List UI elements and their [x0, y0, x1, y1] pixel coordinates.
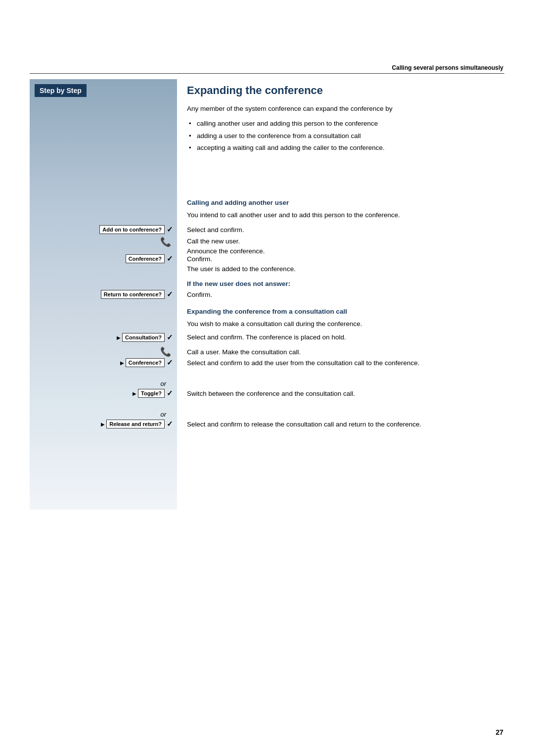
desc-conference-2: Select and confirm to add the user from … — [177, 358, 420, 368]
phone-icon-1: 📞 — [160, 236, 171, 247]
step-box-return: Return to conference? — [101, 290, 165, 299]
bullet-list: calling another user and adding this per… — [187, 119, 503, 153]
check-add-on: ✓ — [167, 225, 173, 234]
step-box-add-on: Add on to conference? — [99, 225, 165, 234]
step-box-consultation: Consultation? — [122, 333, 165, 342]
check-toggle: ✓ — [167, 389, 173, 398]
step-row-conference-2: ▶ Conference? ✓ Select and confirm to ad… — [30, 358, 503, 368]
bullet-item-3: accepting a waiting call and adding the … — [187, 143, 503, 153]
intro-text: Any member of the system conference can … — [187, 104, 503, 114]
step-box-conference-1: Conference? — [126, 254, 165, 263]
page-container: Calling several persons simultaneously S… — [0, 0, 534, 756]
step-row-release: ▶ Release and return? ✓ Select and confi… — [30, 420, 503, 429]
step-row-phone-2: 📞 Call a user. Make the consultation cal… — [30, 346, 503, 357]
or-label-2: or — [30, 411, 177, 418]
desc-conference-1: Confirm.The user is added to the confere… — [177, 254, 296, 275]
arrow-consultation: ▶ — [117, 335, 121, 340]
desc-release: Select and confirm to release the consul… — [177, 420, 421, 429]
header-title: Calling several persons simultaneously — [392, 64, 503, 71]
main-content: Expanding the conference Any member of t… — [187, 84, 503, 161]
check-return: ✓ — [167, 290, 173, 299]
subsection-calling-title: Calling and adding another user You inte… — [187, 197, 503, 225]
check-conference-2: ✓ — [167, 358, 173, 367]
step-row-add-on: Add on to conference? ✓ Select and confi… — [30, 225, 503, 234]
phone-icon-2: 📞 — [160, 346, 171, 357]
step-row-consultation: ▶ Consultation? ✓ Select and confirm. Th… — [30, 332, 503, 342]
desc-return: Confirm. — [177, 291, 212, 298]
subsection-no-answer: If the new user does not answer: — [187, 278, 503, 291]
arrow-toggle: ▶ — [133, 391, 136, 396]
step-box-conference-2: Conference? — [126, 358, 165, 367]
step-box-toggle: Toggle? — [138, 389, 165, 398]
step-row-return: Return to conference? ✓ Confirm. — [30, 290, 503, 299]
desc-add-on: Select and confirm. — [177, 226, 244, 234]
page-number: 27 — [495, 728, 503, 736]
step-row-toggle: ▶ Toggle? ✓ Switch between the conferenc… — [30, 389, 503, 399]
arrow-release: ▶ — [101, 422, 105, 427]
desc-consultation: Select and confirm. The conference is pl… — [177, 332, 346, 342]
arrow-conference-2: ▶ — [120, 360, 124, 366]
desc-phone-1: Call the new user.Announce the conferenc… — [177, 236, 265, 257]
step-row-phone-1: 📞 Call the new user.Announce the confere… — [30, 236, 503, 257]
check-conference-1: ✓ — [167, 254, 173, 263]
step-box-release: Release and return? — [106, 420, 165, 428]
step-row-conference-1: Conference? ✓ Confirm.The user is added … — [30, 254, 503, 275]
check-consultation: ✓ — [167, 333, 173, 342]
header-rule — [30, 73, 504, 74]
bullet-item-1: calling another user and adding this per… — [187, 119, 503, 129]
check-release: ✓ — [167, 420, 173, 428]
bullet-item-2: adding a user to the conference from a c… — [187, 131, 503, 141]
desc-toggle: Switch between the conference and the co… — [177, 389, 355, 399]
step-by-step-label: Step by Step — [35, 84, 87, 97]
section-title: Expanding the conference — [187, 84, 503, 97]
or-label-1: or — [30, 380, 177, 387]
subsection-consultation: Expanding the conference from a consulta… — [187, 306, 503, 334]
desc-phone-2: Call a user. Make the consultation call. — [177, 348, 301, 356]
